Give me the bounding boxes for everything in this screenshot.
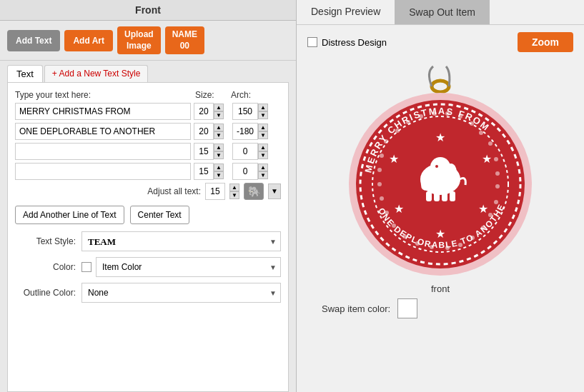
adjust-label: Adjust all text: [147,186,201,196]
swap-item-color-row: Swap item color: [322,298,417,318]
size-control-4: ▲ ▼ [194,163,229,180]
size-up-4[interactable]: ▲ [214,164,224,171]
outline-color-wrapper: None ▼ [81,283,281,303]
arch-input-3[interactable] [232,143,258,160]
size-down-4[interactable]: ▼ [214,171,224,179]
arch-down-4[interactable]: ▼ [258,171,268,179]
arch-input-2[interactable] [232,123,258,140]
center-text-button[interactable]: Center Text [130,206,189,224]
size-down-1[interactable]: ▼ [214,111,224,119]
text-row-2: ▲ ▼ ▲ ▼ [15,123,281,140]
size-up-2[interactable]: ▲ [214,124,224,131]
text-style-row: Text Style: TEAM ▼ [15,231,281,251]
text-row-1: ▲ ▼ ▲ ▼ [15,103,281,120]
size-down-2[interactable]: ▼ [214,131,224,139]
zoom-button[interactable]: Zoom [518,32,573,52]
svg-rect-44 [434,191,440,201]
outline-color-label: Outline Color: [15,288,76,298]
adjust-size-up[interactable]: ▲ [229,184,239,191]
color-select[interactable]: Item Color [96,257,281,277]
text-input-2[interactable] [15,123,191,140]
svg-point-16 [494,157,498,161]
distress-checkbox[interactable] [307,37,317,47]
preview-area: ★ ★ ★ ★ ★ ★ [340,59,540,294]
size-up-3[interactable]: ▲ [214,144,224,151]
text-row-4: ▲ ▼ ▲ ▼ [15,163,281,180]
text-input-4[interactable] [15,163,191,180]
arch-down-3[interactable]: ▼ [258,151,268,159]
svg-point-17 [377,168,382,172]
right-content: Distress Design Zoom [297,25,584,392]
arch-up-1[interactable]: ▲ [258,104,268,111]
svg-text:★: ★ [478,203,488,215]
text-style-select[interactable]: TEAM [81,231,281,251]
svg-point-21 [380,196,384,201]
name-number-button[interactable]: NAME00 [165,26,204,54]
adjust-all-row: Adjust all text: ▲ ▼ 🐘 ▼ [15,183,281,200]
size-col-label: Size: [195,90,231,100]
panel-title: Front [0,0,296,21]
svg-point-41 [445,164,457,181]
text-input-1[interactable] [15,103,191,120]
arch-control-4: ▲ ▼ [232,163,281,180]
add-text-button[interactable]: Add Text [7,30,60,51]
add-art-button[interactable]: Add Art [64,30,113,51]
arch-up-2[interactable]: ▲ [258,124,268,131]
toolbar: Add Text Add Art UploadImage NAME00 [0,21,296,61]
text-tabs: Text + Add a New Text Style [0,61,296,82]
color-label: Color: [15,262,76,272]
arch-input-4[interactable] [232,163,258,180]
size-input-4[interactable] [194,163,214,180]
size-down-3[interactable]: ▼ [214,151,224,159]
tab-design-preview[interactable]: Design Preview [297,0,395,24]
svg-point-19 [377,182,382,186]
item-color-checkbox[interactable] [81,262,91,272]
svg-text:★: ★ [389,153,399,165]
distress-label: Distress Design [307,37,387,48]
svg-rect-43 [426,191,432,201]
svg-point-15 [380,154,384,158]
outline-color-row: Outline Color: None ▼ [15,283,281,303]
fields-header: Type your text here: Size: Arch: [15,90,281,100]
adjust-size-input[interactable] [205,183,225,200]
right-tabs: Design Preview Swap Out Item [297,0,584,25]
swap-color-swatch[interactable] [397,298,417,318]
arch-up-3[interactable]: ▲ [258,144,268,151]
arch-input-1[interactable] [232,103,258,120]
svg-rect-46 [450,191,455,201]
text-input-3[interactable] [15,143,191,160]
size-control-3: ▲ ▼ [194,143,229,160]
tab-add-new-text-style[interactable]: + Add a New Text Style [44,65,149,82]
ornament-preview: ★ ★ ★ ★ ★ ★ [340,59,540,281]
arch-down-1[interactable]: ▼ [258,111,268,119]
arch-control-2: ▲ ▼ [232,123,281,140]
svg-text:★: ★ [482,153,492,165]
svg-text:★: ★ [435,131,445,144]
distress-text: Distress Design [322,37,387,48]
size-control-1: ▲ ▼ [194,103,229,120]
arch-control-1: ▲ ▼ [232,103,281,120]
color-row: Color: Item Color ▼ [15,257,281,277]
left-panel: Front Add Text Add Art UploadImage NAME0… [0,0,297,392]
type-here-label: Type your text here: [15,90,195,100]
arch-up-4[interactable]: ▲ [258,164,268,171]
size-input-2[interactable] [194,123,214,140]
svg-point-18 [495,171,500,176]
add-another-line-button[interactable]: Add Another Line of Text [15,206,124,224]
arch-down-2[interactable]: ▼ [258,131,268,139]
size-up-1[interactable]: ▲ [214,104,224,111]
text-style-wrapper: TEAM ▼ [81,231,281,251]
text-row-3: ▲ ▼ ▲ ▼ [15,143,281,160]
upload-image-button[interactable]: UploadImage [117,26,161,54]
arch-control-3: ▲ ▼ [232,143,281,160]
size-input-1[interactable] [194,103,214,120]
svg-point-20 [495,184,500,189]
size-control-2: ▲ ▼ [194,123,229,140]
tab-swap-out-item[interactable]: Swap Out Item [395,0,490,24]
front-label: front [431,283,450,294]
size-input-3[interactable] [194,143,214,160]
outline-color-select[interactable]: None [81,283,281,303]
tab-text[interactable]: Text [7,65,43,82]
elephant-dropdown[interactable]: ▼ [268,184,281,199]
adjust-size-down[interactable]: ▼ [229,191,239,199]
